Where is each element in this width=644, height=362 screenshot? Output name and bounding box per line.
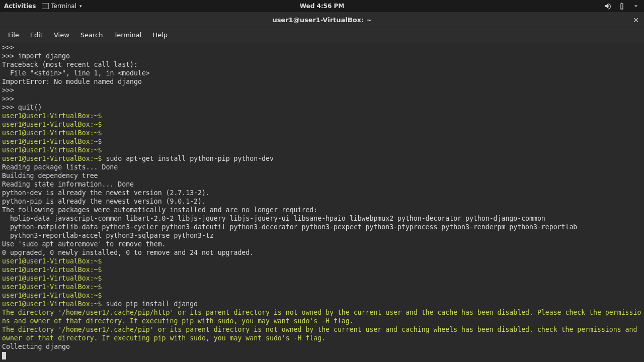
terminal-viewport[interactable]: >>> >>> import djangoTraceback (most rec… bbox=[0, 42, 644, 362]
terminal-line: user1@user1-VirtualBox:~$ bbox=[2, 129, 642, 137]
menu-bar: File Edit View Search Terminal Help bbox=[0, 28, 644, 42]
prompt: user1@user1-VirtualBox:~$ bbox=[2, 112, 102, 120]
terminal-line: hplip-data javascript-common libart-2.0-… bbox=[2, 214, 642, 223]
terminal-line: user1@user1-VirtualBox:~$ bbox=[2, 274, 642, 283]
terminal-line: The following packages were automaticall… bbox=[2, 206, 642, 214]
terminal-line: python-dev is already the newest version… bbox=[2, 189, 642, 197]
terminal-line: Traceback (most recent call last): bbox=[2, 60, 642, 69]
terminal-line: >>> import django bbox=[2, 52, 642, 60]
terminal-line: 0 upgraded, 0 newly installed, 0 to remo… bbox=[2, 248, 642, 257]
prompt: user1@user1-VirtualBox:~$ bbox=[2, 275, 102, 282]
terminal-line: user1@user1-VirtualBox:~$ bbox=[2, 146, 642, 154]
cmd bbox=[102, 266, 106, 274]
cursor bbox=[2, 352, 6, 359]
terminal-line: Collecting django bbox=[2, 342, 642, 351]
terminal-line: user1@user1-VirtualBox:~$ bbox=[2, 137, 642, 146]
cmd bbox=[102, 121, 106, 128]
prompt: user1@user1-VirtualBox:~$ bbox=[2, 266, 102, 274]
prompt: user1@user1-VirtualBox:~$ bbox=[2, 292, 102, 299]
terminal-line: >>> bbox=[2, 95, 642, 103]
terminal-line: ImportError: No module named django bbox=[2, 77, 642, 86]
terminal-line: python-pip is already the newest version… bbox=[2, 197, 642, 206]
terminal-line: user1@user1-VirtualBox:~$ bbox=[2, 120, 642, 129]
cmd bbox=[102, 112, 106, 120]
terminal-line: Building dependency tree bbox=[2, 171, 642, 180]
terminal-app-menu[interactable]: Terminal ▾ bbox=[42, 3, 82, 10]
terminal-line: Use 'sudo apt autoremove' to remove them… bbox=[2, 240, 642, 248]
cmd: sudo pip install django bbox=[102, 300, 198, 308]
terminal-app-label: Terminal bbox=[51, 3, 76, 10]
terminal-line: Reading state information... Done bbox=[2, 180, 642, 189]
cmd bbox=[102, 257, 106, 265]
prompt: user1@user1-VirtualBox:~$ bbox=[2, 155, 102, 162]
terminal-line: python-matplotlib-data python3-cycler py… bbox=[2, 223, 642, 231]
cmd bbox=[102, 275, 106, 282]
terminal-line: >>> quit() bbox=[2, 103, 642, 112]
menu-terminal[interactable]: Terminal bbox=[109, 30, 146, 40]
terminal-line: Reading package lists... Done bbox=[2, 163, 642, 171]
chevron-down-icon: ▾ bbox=[79, 4, 82, 9]
menu-file[interactable]: File bbox=[3, 30, 24, 40]
terminal-line: File "<stdin>", line 1, in <module> bbox=[2, 69, 642, 77]
menu-view[interactable]: View bbox=[49, 30, 74, 40]
terminal-line: >>> bbox=[2, 43, 642, 52]
terminal-line: user1@user1-VirtualBox:~$ bbox=[2, 112, 642, 120]
cmd bbox=[102, 129, 106, 137]
battery-icon[interactable] bbox=[618, 2, 626, 10]
menu-edit[interactable]: Edit bbox=[25, 30, 48, 40]
gnome-top-bar: Activities Terminal ▾ Wed 4:56 PM bbox=[0, 0, 644, 12]
window-title: user1@user1-VirtualBox: ~ bbox=[272, 16, 371, 24]
cmd: sudo apt-get install python-pip python-d… bbox=[102, 155, 274, 162]
prompt: user1@user1-VirtualBox:~$ bbox=[2, 138, 102, 145]
volume-icon[interactable] bbox=[604, 2, 612, 10]
prompt: user1@user1-VirtualBox:~$ bbox=[2, 283, 102, 291]
prompt: user1@user1-VirtualBox:~$ bbox=[2, 257, 102, 265]
terminal-warning: The directory '/home/user1/.cache/pip/ht… bbox=[2, 308, 642, 325]
prompt: user1@user1-VirtualBox:~$ bbox=[2, 300, 102, 308]
cmd bbox=[102, 292, 106, 299]
cmd bbox=[102, 283, 106, 291]
terminal-warning: The directory '/home/user1/.cache/pip' o… bbox=[2, 325, 642, 342]
terminal-icon bbox=[42, 3, 49, 9]
menu-search[interactable]: Search bbox=[75, 30, 108, 40]
terminal-line: user1@user1-VirtualBox:~$ sudo apt-get i… bbox=[2, 154, 642, 163]
activities-button[interactable]: Activities bbox=[4, 3, 36, 10]
terminal-line: user1@user1-VirtualBox:~$ sudo pip insta… bbox=[2, 300, 642, 308]
terminal-line: user1@user1-VirtualBox:~$ bbox=[2, 265, 642, 274]
prompt: user1@user1-VirtualBox:~$ bbox=[2, 146, 102, 154]
clock[interactable]: Wed 4:56 PM bbox=[300, 3, 344, 10]
prompt: user1@user1-VirtualBox:~$ bbox=[2, 121, 102, 128]
cmd bbox=[102, 138, 106, 145]
menu-help[interactable]: Help bbox=[147, 30, 173, 40]
terminal-line: python3-reportlab-accel python3-sqlparse… bbox=[2, 231, 642, 240]
terminal-line: user1@user1-VirtualBox:~$ bbox=[2, 283, 642, 291]
close-icon[interactable]: ✕ bbox=[633, 16, 639, 24]
window-title-bar: user1@user1-VirtualBox: ~ ✕ bbox=[0, 12, 644, 28]
prompt: user1@user1-VirtualBox:~$ bbox=[2, 129, 102, 137]
system-menu-chevron-icon[interactable] bbox=[632, 2, 640, 10]
terminal-line: user1@user1-VirtualBox:~$ bbox=[2, 291, 642, 300]
terminal-line: >>> bbox=[2, 86, 642, 95]
terminal-line: user1@user1-VirtualBox:~$ bbox=[2, 257, 642, 265]
cmd bbox=[102, 146, 106, 154]
